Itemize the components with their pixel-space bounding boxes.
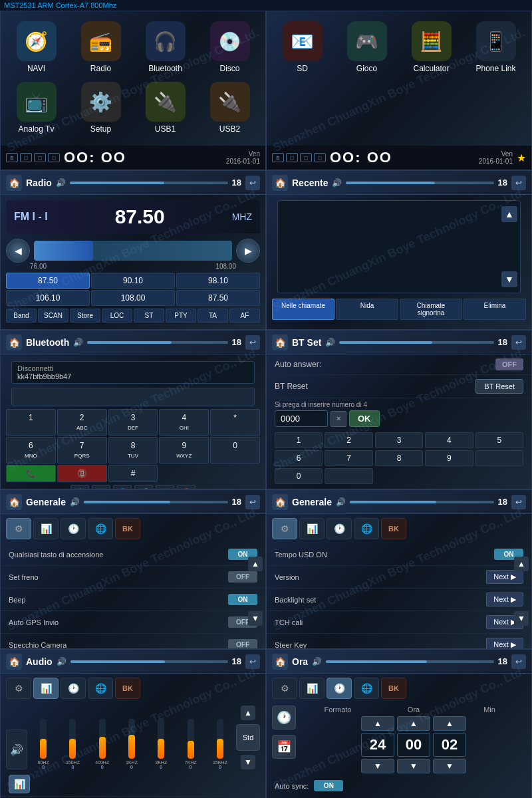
app-bluetooth[interactable]: 🎧 Bluetooth — [136, 21, 194, 75]
radio-back-btn[interactable]: ↩ — [245, 176, 260, 190]
gen1-home-btn[interactable]: 🏠 — [6, 494, 22, 510]
pin-clear-btn[interactable]: ✕ — [331, 411, 346, 427]
gen2-scroll-down[interactable]: ▼ — [514, 611, 529, 626]
ora-calendar-icon[interactable]: 📅 — [272, 735, 296, 759]
ora-tab-eq[interactable]: 📊 — [299, 678, 325, 699]
gen2-tab-eq[interactable]: 📊 — [299, 518, 325, 539]
pin-num-8[interactable]: 8 — [375, 450, 423, 466]
eq-track-7khz[interactable] — [188, 719, 194, 759]
preset-98-10[interactable]: 98.10 — [176, 273, 260, 289]
eq-track-60hz[interactable] — [40, 719, 47, 759]
min-up[interactable]: ▲ — [433, 716, 466, 731]
ora-tab-bk[interactable]: BK — [381, 678, 406, 699]
ora-back-btn[interactable]: ↩ — [511, 654, 526, 669]
num-1[interactable]: 1 — [6, 409, 56, 436]
radio-prev-btn[interactable]: ◀ — [6, 239, 30, 263]
af-btn[interactable]: AF — [229, 309, 260, 323]
pin-ok-btn[interactable]: OK — [349, 410, 380, 427]
app-usb2[interactable]: 🔌 USB2 — [201, 82, 259, 136]
audio-home-btn[interactable]: 🏠 — [6, 654, 22, 670]
bt-action-download[interactable]: 📥 — [177, 485, 196, 489]
pin-num-9[interactable]: 9 — [425, 450, 473, 466]
gen2-scroll-up[interactable]: ▲ — [514, 557, 529, 571]
band-btn[interactable]: Band — [6, 309, 37, 323]
ta-btn[interactable]: TA — [198, 309, 228, 323]
st-btn[interactable]: ST — [134, 309, 164, 323]
pty-btn[interactable]: PTY — [166, 309, 196, 323]
call-btn[interactable]: 📞 — [6, 465, 56, 482]
gen2-back-btn[interactable]: ↩ — [511, 495, 526, 509]
end-call-btn[interactable]: 📵 — [57, 465, 107, 482]
gen2-next-steer[interactable]: Next ▶ — [486, 638, 523, 649]
app-radio[interactable]: 📻 Radio — [72, 21, 130, 75]
formato-up[interactable]: ▲ — [361, 716, 394, 731]
bt-action-down[interactable]: ⬇ — [92, 485, 110, 489]
app-navi[interactable]: 🧭 NAVI — [7, 21, 65, 75]
gen1-back-btn[interactable]: ↩ — [245, 495, 260, 509]
bt-input-bar[interactable] — [11, 388, 255, 406]
preset-90-10[interactable]: 90.10 — [91, 273, 175, 289]
gen2-home-btn[interactable]: 🏠 — [272, 494, 288, 510]
gen2-slider[interactable] — [350, 501, 494, 503]
num-hash[interactable]: # — [108, 465, 158, 482]
scan-btn[interactable]: SCAN — [38, 309, 68, 323]
bt-slider[interactable] — [87, 341, 227, 344]
recente-scroll-down[interactable]: ▼ — [501, 271, 517, 287]
ora-tab-globe[interactable]: 🌐 — [354, 678, 379, 699]
ora-tab-clock[interactable]: 🕐 — [327, 678, 352, 699]
preset-87-50-2[interactable]: 87.50 — [176, 290, 260, 306]
ora-slider[interactable] — [326, 660, 493, 663]
store-btn[interactable]: Store — [70, 309, 100, 323]
eq-scroll-down[interactable]: ▼ — [241, 755, 255, 769]
gen1-tab-gear[interactable]: ⚙ — [6, 518, 31, 539]
gen1-tab-eq[interactable]: 📊 — [33, 518, 59, 539]
audio-tab-globe[interactable]: 🌐 — [88, 678, 113, 699]
eq-track-1khz[interactable] — [128, 719, 135, 759]
radio-next-btn[interactable]: ▶ — [236, 239, 260, 263]
eq-track-15khz[interactable] — [217, 719, 223, 759]
eq-scroll-up[interactable]: ▲ — [241, 706, 255, 720]
app-calculator[interactable]: 🧮 Calculator — [402, 21, 460, 136]
eq-track-3khz[interactable] — [158, 719, 164, 759]
tab-nelle-chiamate[interactable]: Nelle chiamate — [272, 299, 334, 320]
tab-nida[interactable]: Nida — [336, 299, 398, 320]
app-analog-tv[interactable]: 📺 Analog Tv — [7, 82, 65, 136]
app-phone-link[interactable]: 📱 Phone Link — [467, 21, 525, 136]
gen1-tab-clock[interactable]: 🕐 — [61, 518, 86, 539]
ora-clock-icon[interactable]: 🕐 — [272, 706, 296, 730]
gen2-tab-gear[interactable]: ⚙ — [272, 518, 297, 539]
min-down[interactable]: ▼ — [433, 759, 466, 773]
pin-num-5[interactable]: 5 — [475, 432, 523, 448]
btset-back-btn[interactable]: ↩ — [511, 335, 526, 350]
radio-volume-slider[interactable] — [70, 182, 228, 184]
radio-home-btn[interactable]: 🏠 — [6, 175, 22, 191]
app-disco[interactable]: 💿 Disco — [201, 21, 259, 75]
recente-slider[interactable] — [346, 182, 493, 184]
audio-tab-gear[interactable]: ⚙ — [6, 678, 31, 699]
eq-track-150hz[interactable] — [69, 719, 76, 759]
audio-back-btn[interactable]: ↩ — [245, 654, 260, 669]
pin-num-1[interactable]: 1 — [275, 432, 323, 448]
bt-reset-btn[interactable]: BT Reset — [475, 379, 523, 394]
recente-home-btn[interactable]: 🏠 — [272, 175, 288, 191]
app-setup[interactable]: ⚙️ Setup — [72, 82, 130, 136]
preset-108-00[interactable]: 108.00 — [91, 290, 175, 306]
tab-chiamate-signorina[interactable]: Chiamate signorina — [400, 299, 462, 320]
recente-back-btn[interactable]: ↩ — [511, 176, 526, 190]
formato-down[interactable]: ▼ — [361, 759, 394, 773]
gen2-tab-bk[interactable]: BK — [381, 518, 406, 539]
gen1-tab-bk[interactable]: BK — [115, 518, 140, 539]
gen2-tab-globe[interactable]: 🌐 — [354, 518, 379, 539]
audio-tab-eq[interactable]: 📊 — [33, 678, 59, 699]
num-0[interactable]: 0 — [210, 437, 260, 464]
bt-action-person[interactable]: 👤 — [113, 485, 132, 489]
bt-action-music[interactable]: 🎵 — [156, 485, 174, 489]
recente-scroll-up[interactable]: ▲ — [501, 206, 517, 222]
ora-home-btn[interactable]: 🏠 — [272, 654, 288, 670]
num-8[interactable]: 8TUV — [108, 437, 158, 464]
bt-action-link[interactable]: 🔗 — [134, 485, 153, 489]
bt-back-btn[interactable]: ↩ — [245, 335, 260, 350]
num-4[interactable]: 4GHI — [159, 409, 209, 436]
app-usb1[interactable]: 🔌 USB1 — [136, 82, 194, 136]
num-3[interactable]: 3DEF — [108, 409, 158, 436]
